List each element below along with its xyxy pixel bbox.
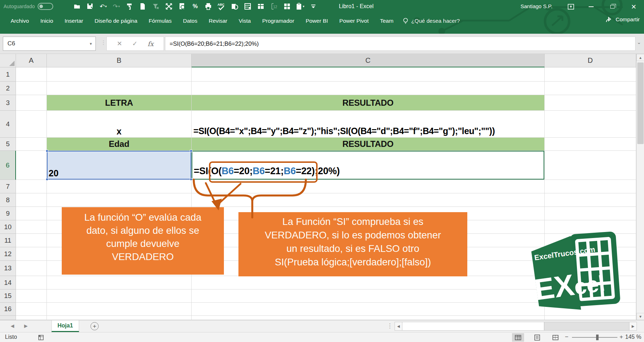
cell[interactable] [545,151,636,180]
tab-power-pivot[interactable]: Power Pivot [334,13,374,28]
row-header[interactable]: 8 [0,193,16,207]
tab-power-bi[interactable]: Power BI [300,13,334,28]
insert-function-icon[interactable]: fx [148,40,154,48]
new-document-icon[interactable] [138,2,147,11]
cell-b3[interactable]: LETRA [47,95,192,111]
cell[interactable] [47,67,192,82]
cell-c3[interactable]: RESULTADO [192,95,545,111]
horizontal-scrollbar[interactable]: ◀ ▶ [395,322,637,331]
row-header[interactable]: 16 [0,303,16,316]
tab-datos[interactable]: Datos [177,13,203,28]
tab-revisar[interactable]: Revisar [203,13,233,28]
cell[interactable] [545,82,636,95]
vertical-scrollbar[interactable]: ▲ ▼ [636,54,644,320]
cell[interactable] [545,67,636,82]
cell[interactable] [192,82,545,95]
data-form-icon[interactable] [243,2,252,11]
cell[interactable] [192,193,545,207]
row-header[interactable]: 15 [0,289,16,303]
spelling-icon[interactable]: ABC [217,2,226,11]
row-header[interactable]: 2 [0,82,16,95]
name-box-caret-icon[interactable]: ▼ [89,42,93,46]
tab-formulas[interactable]: Fórmulas [143,13,177,28]
cell[interactable] [16,180,47,193]
zoom-slider-thumb[interactable] [596,335,599,340]
name-box[interactable]: C6 ▼ [3,37,96,51]
zoom-in-icon[interactable]: + [620,333,623,341]
scroll-left-icon[interactable]: ◀ [395,322,402,330]
row-header-selected[interactable]: 6 [0,151,16,180]
open-folder-icon[interactable] [73,2,81,11]
cell-b6-referenced-range[interactable]: 20 [47,151,192,180]
percent-style-icon[interactable]: % [191,2,199,11]
column-header-c[interactable]: C [192,54,545,67]
row-header[interactable]: 13 [0,261,16,276]
row-header[interactable] [0,316,16,320]
page-break-view-icon[interactable] [549,333,561,342]
row-header[interactable]: 11 [0,234,16,247]
cell[interactable] [16,316,47,320]
cell[interactable] [16,207,47,220]
horizontal-scroll-thumb[interactable] [402,322,544,330]
copy-refresh-icon[interactable] [230,2,239,11]
print-preview-icon[interactable] [178,2,186,11]
row-header[interactable]: 9 [0,207,16,220]
page-layout-view-icon[interactable] [531,333,543,342]
enter-icon[interactable]: ✓ [132,40,138,48]
cell[interactable] [16,247,47,261]
cell[interactable] [545,95,636,111]
tab-diseno-de-pagina[interactable]: Diseño de página [89,13,143,28]
zoom-out-icon[interactable]: − [565,333,568,341]
row-header[interactable]: 1 [0,67,16,82]
cell[interactable] [47,193,192,207]
sheet-tab-hoja1[interactable]: Hoja1 [51,320,79,332]
formula-input[interactable]: =SI(O(B6=20;B6=21;B6=22);20%) [165,37,635,51]
cell[interactable] [545,111,636,138]
scroll-up-icon[interactable]: ▲ [637,54,644,61]
scroll-down-icon[interactable]: ▼ [637,313,644,320]
cell[interactable] [47,316,192,320]
ribbon-display-options-icon[interactable] [563,0,579,13]
undo-icon[interactable]: ↶▾ [99,2,108,11]
print-icon[interactable] [204,2,213,11]
table-properties-icon[interactable] [257,2,265,11]
column-header-b[interactable]: B [47,54,192,67]
cell[interactable] [192,289,545,303]
cell[interactable] [16,220,47,234]
customize-quick-access-icon[interactable] [309,2,318,11]
normal-view-icon[interactable] [512,333,524,342]
paste-icon[interactable]: ▾ [296,2,304,11]
close-icon[interactable]: × [626,0,642,13]
cell[interactable] [16,303,47,316]
macro-record-icon[interactable] [38,334,44,340]
row-header[interactable]: 10 [0,220,16,234]
autosave-switch-icon[interactable] [38,3,53,10]
tab-programador[interactable]: Programador [257,13,300,28]
cell[interactable] [47,303,192,316]
cell[interactable] [16,111,47,138]
cell[interactable] [47,276,192,289]
tell-me-box[interactable]: ¿Qué desea hacer? [403,17,460,24]
zoom-level[interactable]: 145 % [625,334,641,340]
tab-vista[interactable]: Vista [233,13,257,28]
cell[interactable] [545,193,636,207]
cell[interactable] [16,234,47,247]
row-header[interactable]: 7 [0,180,16,193]
redo-icon[interactable]: ↷▾ [112,2,121,11]
cell[interactable] [16,95,47,111]
share-button[interactable]: Compartir [606,16,640,23]
add-sheet-icon[interactable]: + [90,322,99,330]
tab-archivo[interactable]: Archivo [5,13,35,28]
row-header[interactable]: 12 [0,247,16,261]
scroll-right-icon[interactable]: ▶ [629,322,637,330]
row-header[interactable]: 4 [0,111,16,138]
row-header[interactable]: 3 [0,95,16,111]
cancel-icon[interactable]: ✕ [117,40,122,48]
cell[interactable] [545,180,636,193]
cell[interactable] [16,276,47,289]
tab-inicio[interactable]: Inicio [35,13,59,28]
grid-view-icon[interactable] [283,2,291,11]
cell[interactable] [47,289,192,303]
cell[interactable] [47,82,192,95]
cell[interactable] [16,151,47,180]
